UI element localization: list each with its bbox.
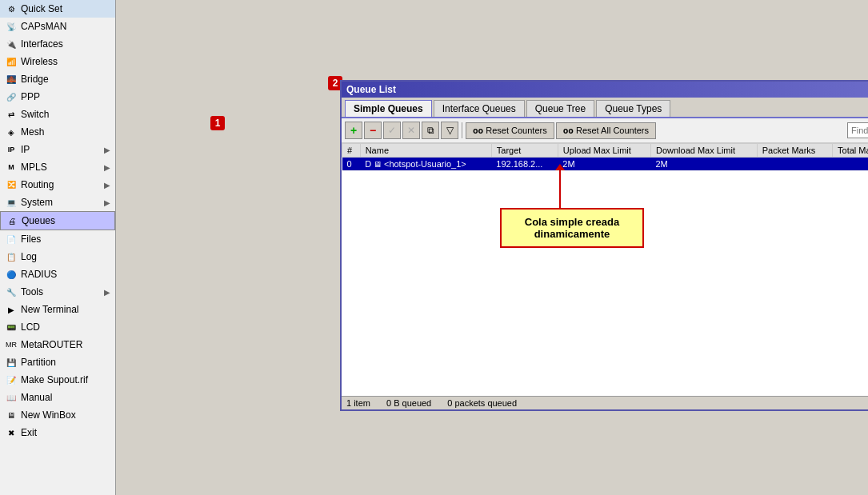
sidebar-item-manual[interactable]: 📖 Manual <box>0 389 115 406</box>
sidebar-label-manual: Manual <box>21 392 52 403</box>
system-arrow-icon: ▶ <box>104 198 110 207</box>
mpls-arrow-icon: ▶ <box>104 163 110 172</box>
main-content: 1 2 Queue List ⧠ ✕ Simple Queues Interfa… <box>116 0 868 495</box>
sidebar-item-interfaces[interactable]: 🔌 Interfaces <box>0 35 115 53</box>
capsman-icon: 📡 <box>5 20 18 33</box>
sidebar-label-metarouter: MetaROUTER <box>21 339 82 350</box>
find-input[interactable] <box>847 122 868 138</box>
sidebar-label-quickset: Quick Set <box>21 3 62 14</box>
sidebar-item-mesh[interactable]: ◈ Mesh <box>0 123 115 141</box>
sidebar-item-mpls[interactable]: M MPLS ▶ <box>0 158 115 176</box>
add-button[interactable]: + <box>345 122 362 139</box>
remove-button[interactable]: − <box>364 122 382 139</box>
col-target: Target <box>491 144 558 158</box>
sidebar-label-ip: IP <box>21 144 30 155</box>
window-body: Simple Queues Interface Queues Queue Tre… <box>342 98 868 409</box>
table-container: # Name Target Upload Max Limit Download … <box>342 143 868 396</box>
cell-download: 2M <box>650 158 757 171</box>
sidebar-item-ip[interactable]: IP IP ▶ <box>0 141 115 158</box>
lcd-icon: 📟 <box>5 321 18 333</box>
queues-icon: 🖨 <box>6 214 18 227</box>
sidebar-item-wireless[interactable]: 📶 Wireless <box>0 53 115 70</box>
sidebar-label-exit: Exit <box>21 427 37 438</box>
sidebar-label-make-supout: Make Supout.rif <box>21 374 88 385</box>
ppp-icon: 🔗 <box>5 90 18 103</box>
sidebar-label-system: System <box>21 197 53 208</box>
cell-packet-marks <box>757 158 832 171</box>
status-items: 1 item <box>346 398 370 408</box>
status-packets-queued: 0 packets queued <box>447 398 517 408</box>
sidebar-item-new-terminal[interactable]: ▶ New Terminal <box>0 301 115 318</box>
partition-icon: 💾 <box>5 356 18 369</box>
sidebar-item-exit[interactable]: ✖ Exit <box>0 424 115 441</box>
sidebar-item-quickset[interactable]: ⚙ Quick Set <box>0 0 115 18</box>
status-queued: 0 B queued <box>386 398 431 408</box>
col-packet-marks: Packet Marks <box>757 144 832 158</box>
cell-num: 0 <box>342 158 361 171</box>
toolbar-separator-1 <box>462 122 462 138</box>
sidebar-item-system[interactable]: 💻 System ▶ <box>0 194 115 211</box>
sidebar-item-lcd[interactable]: 📟 LCD <box>0 318 115 336</box>
sidebar-item-tools[interactable]: 🔧 Tools ▶ <box>0 283 115 301</box>
cross-button[interactable]: ✕ <box>402 122 420 139</box>
bridge-icon: 🌉 <box>5 73 18 86</box>
sidebar-item-bridge[interactable]: 🌉 Bridge <box>0 70 115 88</box>
sidebar-item-queues[interactable]: 🖨 Queues <box>0 211 115 230</box>
sidebar-item-log[interactable]: 📋 Log <box>0 248 115 265</box>
cell-upload: 2M <box>558 158 650 171</box>
sidebar-label-queues: Queues <box>22 215 55 226</box>
copy-button[interactable]: ⧉ <box>422 122 439 139</box>
sidebar-item-capsman[interactable]: 📡 CAPsMAN <box>0 18 115 35</box>
reset-counters-button[interactable]: oo Reset Counters <box>466 122 554 139</box>
tab-queue-tree[interactable]: Queue Tree <box>526 100 594 117</box>
sidebar-item-radius[interactable]: 🔵 RADIUS <box>0 265 115 283</box>
sidebar-label-new-terminal: New Terminal <box>21 304 78 315</box>
interfaces-icon: 🔌 <box>5 38 18 50</box>
reset-all-counters-button[interactable]: oo Reset All Counters <box>556 122 656 139</box>
cell-target: 192.168.2... <box>491 158 558 171</box>
files-icon: 📄 <box>5 233 18 246</box>
sidebar-label-new-winbox: New WinBox <box>21 409 76 421</box>
sidebar-item-partition[interactable]: 💾 Partition <box>0 353 115 371</box>
col-name: Name <box>360 144 491 158</box>
tab-interface-queues[interactable]: Interface Queues <box>434 100 525 117</box>
badge-1: 1 <box>210 116 225 130</box>
manual-icon: 📖 <box>5 391 18 404</box>
sidebar-label-partition: Partition <box>21 357 56 368</box>
table-row[interactable]: 0 D 🖥 <hotspot-Usuario_1> 192.168.2... 2… <box>342 158 869 171</box>
sidebar-label-switch: Switch <box>21 109 49 120</box>
log-icon: 📋 <box>5 250 18 263</box>
ip-arrow-icon: ▶ <box>104 146 110 154</box>
cell-total-max <box>833 158 868 171</box>
cell-name: D 🖥 <hotspot-Usuario_1> <box>360 158 491 171</box>
col-download: Download Max Limit <box>650 144 757 158</box>
wireless-icon: 📶 <box>5 55 18 68</box>
tools-icon: 🔧 <box>5 285 18 298</box>
sidebar-label-mesh: Mesh <box>21 126 44 138</box>
quickset-icon: ⚙ <box>5 2 18 15</box>
winbox-icon: 🖥 <box>5 409 18 421</box>
queue-table: # Name Target Upload Max Limit Download … <box>342 143 868 171</box>
filter-button[interactable]: ▽ <box>441 122 458 139</box>
terminal-icon: ▶ <box>5 303 18 316</box>
ip-icon: IP <box>5 143 18 156</box>
sidebar-item-metarouter[interactable]: MR MetaROUTER <box>0 336 115 353</box>
col-total-max: Total Max Limit (bi... ▼ <box>833 144 868 158</box>
check-button[interactable]: ✓ <box>383 122 401 139</box>
exit-icon: ✖ <box>5 426 18 439</box>
col-upload: Upload Max Limit <box>558 144 650 158</box>
sidebar-item-make-supout[interactable]: 📝 Make Supout.rif <box>0 371 115 389</box>
sidebar-label-wireless: Wireless <box>21 56 58 67</box>
tab-simple-queues[interactable]: Simple Queues <box>345 100 432 117</box>
sidebar-item-new-winbox[interactable]: 🖥 New WinBox <box>0 406 115 424</box>
sidebar-item-files[interactable]: 📄 Files <box>0 230 115 248</box>
row-icon: 🖥 <box>374 160 384 169</box>
tab-queue-types[interactable]: Queue Types <box>596 100 670 117</box>
sidebar-item-ppp[interactable]: 🔗 PPP <box>0 88 115 106</box>
sidebar-item-routing[interactable]: 🔀 Routing ▶ <box>0 176 115 194</box>
window-titlebar: Queue List ⧠ ✕ <box>342 82 868 98</box>
sidebar-label-interfaces: Interfaces <box>21 38 63 50</box>
sidebar-label-mpls: MPLS <box>21 162 47 173</box>
sidebar-item-switch[interactable]: ⇄ Switch <box>0 106 115 123</box>
sidebar-label-log: Log <box>21 251 37 262</box>
